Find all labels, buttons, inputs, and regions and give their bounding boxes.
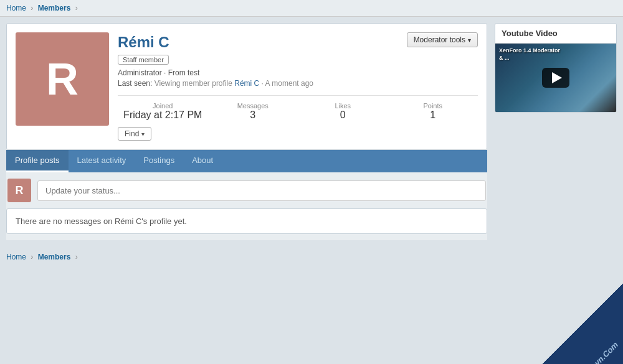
profile-lastseen: Last seen: Viewing member profile Rémi C… <box>118 79 478 88</box>
bottom-breadcrumb: Home › Members › <box>0 246 623 268</box>
status-input[interactable] <box>37 180 486 201</box>
role-label: Administrator <box>118 68 162 77</box>
breadcrumb-sep1: › <box>31 4 33 12</box>
right-column: Youtube Video XenForo 1.4 Moderator & ..… <box>495 23 617 240</box>
likes-value: 0 <box>298 110 388 121</box>
no-messages-text: There are no messages on Rémi C's profil… <box>16 217 187 226</box>
tab-profile-posts[interactable]: Profile posts <box>6 150 69 172</box>
lastseen-time: A moment ago <box>265 79 313 88</box>
messages-label: Messages <box>208 102 298 110</box>
stat-points: Points 1 <box>388 102 478 121</box>
bottom-breadcrumb-sep1: › <box>31 253 33 261</box>
profile-card: R Rémi C Staff member Administrator · Fr… <box>6 23 487 150</box>
avatar: R <box>16 32 109 126</box>
mod-tools-label: Moderator tools <box>414 35 465 44</box>
youtube-widget: Youtube Video XenForo 1.4 Moderator & ..… <box>495 23 617 113</box>
staff-badge: Staff member <box>118 55 478 68</box>
stat-messages: Messages 3 <box>208 102 298 121</box>
tab-postings[interactable]: Postings <box>135 150 183 172</box>
points-label: Points <box>388 102 478 110</box>
find-label: Find <box>125 129 139 138</box>
play-button[interactable] <box>542 68 569 88</box>
tab-latest-activity[interactable]: Latest activity <box>69 150 135 172</box>
profile-from: From test <box>168 68 200 77</box>
find-button[interactable]: Find ▾ <box>118 127 151 141</box>
top-breadcrumb: Home › Members › <box>0 0 623 17</box>
youtube-thumbnail[interactable]: XenForo 1.4 Moderator & ... <box>495 44 616 112</box>
joined-label: Joined <box>118 102 208 110</box>
staff-badge-label: Staff member <box>118 55 169 65</box>
play-icon <box>552 72 562 83</box>
breadcrumb-members[interactable]: Members <box>38 4 71 12</box>
status-avatar: R <box>7 179 31 202</box>
messages-value: 3 <box>208 110 298 121</box>
youtube-video-text: XenForo 1.4 Moderator & ... <box>499 47 561 62</box>
points-value: 1 <box>388 110 478 121</box>
profile-content: R There are no messages on Rémi C's prof… <box>6 172 487 240</box>
tab-about[interactable]: About <box>183 150 222 172</box>
bottom-breadcrumb-home[interactable]: Home <box>6 253 26 261</box>
tabs-bar: Profile posts Latest activity Postings A… <box>6 150 487 172</box>
profile-info: Rémi C Staff member Administrator · From… <box>118 32 478 141</box>
stats-row: Joined Friday at 2:17 PM Messages 3 Like… <box>118 95 478 121</box>
stat-likes: Likes 0 <box>298 102 388 121</box>
no-messages-box: There are no messages on Rémi C's profil… <box>6 208 487 234</box>
bottom-breadcrumb-sep2: › <box>75 253 78 261</box>
breadcrumb-home[interactable]: Home <box>6 4 26 12</box>
joined-value: Friday at 2:17 PM <box>118 110 208 121</box>
status-row: R <box>6 179 487 202</box>
left-column: R Rémi C Staff member Administrator · Fr… <box>6 23 487 240</box>
mod-tools-button[interactable]: Moderator tools ▾ <box>407 32 478 47</box>
breadcrumb-sep2: › <box>75 4 78 12</box>
likes-label: Likes <box>298 102 388 110</box>
bottom-breadcrumb-members[interactable]: Members <box>38 253 71 261</box>
youtube-title: Youtube Video <box>495 24 616 44</box>
stat-joined: Joined Friday at 2:17 PM <box>118 102 208 121</box>
mod-tools-chevron-icon: ▾ <box>468 37 471 44</box>
lastseen-user-link[interactable]: Rémi C <box>234 79 259 88</box>
find-chevron-icon: ▾ <box>141 131 145 138</box>
lastseen-action: Viewing member profile <box>155 79 232 88</box>
lastseen-label: Last seen: <box>118 79 152 88</box>
role-sep: · <box>164 68 168 77</box>
profile-role: Administrator · From test <box>118 68 478 77</box>
